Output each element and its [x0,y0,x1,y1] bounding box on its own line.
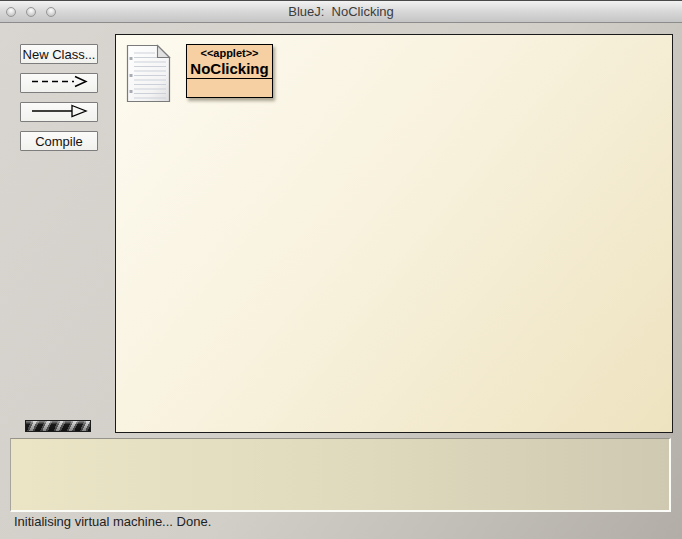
class-stereotype: <<applet>> [187,47,272,60]
dashed-uses-arrow-icon [30,75,88,91]
project-notes-icon[interactable] [126,44,171,103]
class-box-noclicking[interactable]: <<applet>> NoClicking [186,44,273,98]
class-diagram-canvas[interactable]: <<applet>> NoClicking [115,34,673,433]
compile-button[interactable]: Compile [20,131,98,151]
inheritance-arrow-button[interactable] [20,102,98,122]
window-title: BlueJ: NoClicking [0,4,682,19]
vm-activity-indicator [25,420,91,432]
class-box-header: <<applet>> NoClicking [187,45,272,79]
object-bench[interactable] [10,438,671,512]
hollow-inheritance-arrow-icon [30,104,88,121]
class-name: NoClicking [187,60,272,77]
class-box-body [187,79,272,97]
new-class-button[interactable]: New Class... [20,44,98,64]
status-message: Initialising virtual machine... Done. [14,514,211,529]
uses-arrow-button[interactable] [20,73,98,93]
title-bar[interactable]: BlueJ: NoClicking [0,1,682,23]
divider-handle-icon[interactable] [337,430,347,437]
bluej-main-window: BlueJ: NoClicking New Class... Compile [0,0,682,539]
